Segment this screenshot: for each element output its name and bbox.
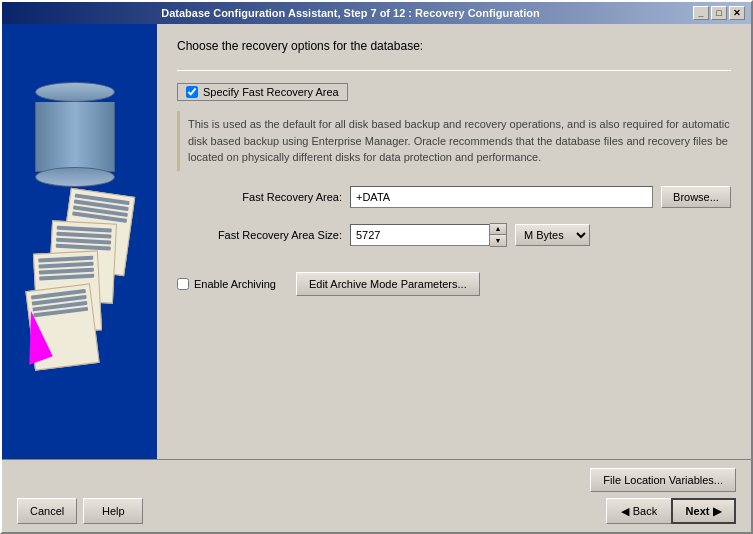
edit-archive-params-button[interactable]: Edit Archive Mode Parameters...	[296, 272, 480, 296]
next-arrow-icon: ▶	[713, 505, 721, 518]
next-label: Next	[686, 505, 710, 517]
specify-fra-group: Specify Fast Recovery Area	[177, 83, 348, 101]
right-panel: Choose the recovery options for the data…	[157, 24, 751, 459]
fra-size-unit-select[interactable]: K Bytes M Bytes G Bytes	[515, 224, 590, 246]
fra-size-input[interactable]	[350, 224, 490, 246]
bottom-area: File Location Variables... Cancel Help ◀…	[2, 459, 751, 532]
fra-label: Fast Recovery Area:	[177, 191, 342, 203]
fra-size-row: Fast Recovery Area Size: ▲ ▼ K Bytes M B…	[177, 223, 731, 247]
window-title: Database Configuration Assistant, Step 7…	[8, 7, 693, 19]
help-button[interactable]: Help	[83, 498, 143, 524]
specify-fra-checkbox[interactable]	[186, 86, 198, 98]
fra-description: This is used as the default for all disk…	[177, 111, 731, 171]
restore-button[interactable]: □	[711, 6, 727, 20]
nav-right: ◀ Back Next ▶	[606, 498, 736, 524]
close-button[interactable]: ✕	[729, 6, 745, 20]
spinner-up-button[interactable]: ▲	[490, 224, 506, 235]
separator-1	[177, 70, 731, 71]
enable-archiving-label: Enable Archiving	[194, 278, 276, 290]
back-label: Back	[633, 505, 657, 517]
main-prompt: Choose the recovery options for the data…	[177, 39, 731, 53]
cancel-button[interactable]: Cancel	[17, 498, 77, 524]
spinner-buttons: ▲ ▼	[490, 223, 507, 247]
fra-row: Fast Recovery Area: Browse...	[177, 186, 731, 208]
fra-size-label: Fast Recovery Area Size:	[177, 229, 342, 241]
specify-fra-label: Specify Fast Recovery Area	[203, 86, 339, 98]
illustration	[15, 72, 145, 412]
file-location-row: File Location Variables...	[17, 468, 736, 492]
main-content: Choose the recovery options for the data…	[2, 24, 751, 459]
browse-button[interactable]: Browse...	[661, 186, 731, 208]
enable-archiving-checkbox[interactable]	[177, 278, 189, 290]
doc-container	[25, 192, 135, 392]
nav-left: Cancel Help	[17, 498, 143, 524]
titlebar-buttons: _ □ ✕	[693, 6, 745, 20]
minimize-button[interactable]: _	[693, 6, 709, 20]
back-arrow-icon: ◀	[621, 505, 629, 518]
next-button[interactable]: Next ▶	[671, 498, 736, 524]
left-panel	[2, 24, 157, 459]
fra-input[interactable]	[350, 186, 653, 208]
fra-size-spinner: ▲ ▼	[350, 223, 507, 247]
spinner-down-button[interactable]: ▼	[490, 235, 506, 246]
nav-row: Cancel Help ◀ Back Next ▶	[17, 498, 736, 524]
titlebar: Database Configuration Assistant, Step 7…	[2, 2, 751, 24]
archiving-row: Enable Archiving Edit Archive Mode Param…	[177, 272, 731, 296]
main-window: Database Configuration Assistant, Step 7…	[0, 0, 753, 534]
file-location-variables-button[interactable]: File Location Variables...	[590, 468, 736, 492]
back-button[interactable]: ◀ Back	[606, 498, 671, 524]
